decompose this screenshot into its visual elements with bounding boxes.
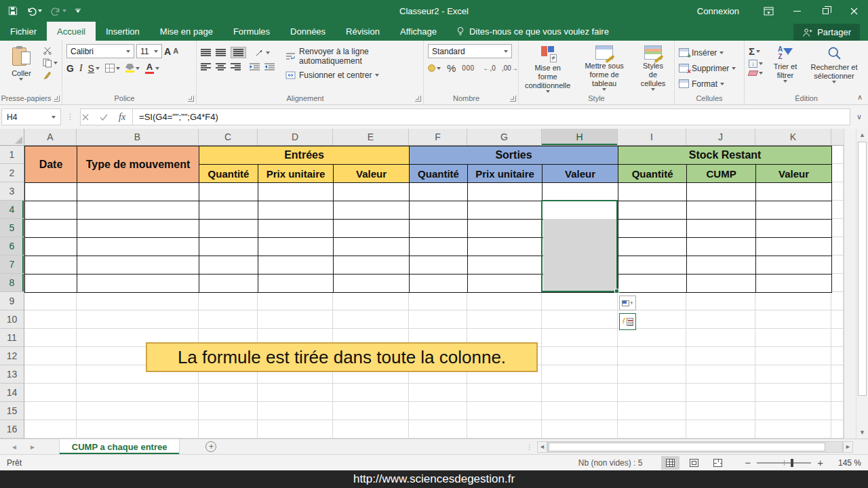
cell[interactable] [258,274,334,293]
cell[interactable] [25,256,77,274]
cell[interactable] [199,274,258,293]
cell[interactable] [618,201,687,220]
close-button[interactable] [840,0,868,22]
cell[interactable] [199,201,258,220]
cell[interactable] [468,274,542,293]
tab-affichage[interactable]: Affichage [390,22,447,41]
tell-me-box[interactable]: Dites-nous ce que vous voulez faire [447,22,618,41]
cell[interactable] [468,256,542,274]
cell[interactable] [77,274,199,293]
header-sorties-quantite[interactable]: Quantité [410,165,468,183]
insert-function-icon[interactable]: fx [119,112,125,123]
delete-cells-button[interactable]: ×Supprimer [679,62,736,75]
cancel-formula-icon[interactable] [82,114,89,121]
cell[interactable] [258,238,334,256]
format-as-table-button[interactable]: Mettre sous forme de tableau [576,44,632,92]
thousands-format-icon[interactable]: 000 [462,65,474,72]
italic-button[interactable]: I [79,63,83,74]
tab-revision[interactable]: Révision [336,22,390,41]
selection-h4-h8[interactable] [541,200,618,292]
scroll-down-icon[interactable]: ▼ [856,426,868,439]
row-header-3[interactable]: 3 [0,182,24,201]
row-header-6[interactable]: 6 [0,237,24,256]
orientation-button[interactable] [255,49,270,57]
column-header-H[interactable]: H [542,129,618,145]
merge-center-button[interactable]: Fusionner et centrer [285,70,419,80]
clear-button[interactable] [749,70,763,76]
cell[interactable] [199,220,258,238]
cell[interactable] [410,256,468,274]
decrease-decimal-icon[interactable]: ,00→ [502,65,518,72]
cell[interactable] [258,256,334,274]
cell[interactable] [756,256,832,274]
minimize-button[interactable] [783,0,811,22]
horizontal-scrollbar[interactable] [547,441,843,453]
cell[interactable] [410,220,468,238]
cell[interactable] [199,183,258,201]
bold-button[interactable]: G [66,63,74,74]
collapse-ribbon-icon[interactable]: ∧ [857,93,863,102]
cell[interactable] [687,220,756,238]
fill-handle[interactable] [614,289,619,293]
format-cells-button[interactable]: Format [679,77,736,90]
cell[interactable] [25,274,77,293]
fill-color-button[interactable] [125,64,140,73]
cell[interactable] [77,220,199,238]
customize-qat-icon[interactable] [75,9,81,13]
header-entrees-valeur[interactable]: Valeur [334,165,410,183]
cell[interactable] [687,183,756,201]
column-header-F[interactable]: F [409,129,467,145]
row-header-7[interactable]: 7 [0,256,24,274]
cell[interactable] [77,238,199,256]
tab-insertion[interactable]: Insertion [96,22,150,41]
header-entrees[interactable]: Entrées [199,146,410,165]
scroll-left-icon[interactable]: ◄ [537,441,547,453]
currency-format-icon[interactable] [428,64,441,72]
font-name-select[interactable]: Calibri [66,44,134,58]
shrink-font-icon[interactable]: A [173,47,178,55]
header-date[interactable]: Date [25,146,77,183]
paste-button[interactable]: Coller [9,44,33,92]
copy-icon[interactable] [43,58,58,68]
share-button[interactable]: Partager [793,24,860,41]
cell[interactable] [618,274,687,293]
cell[interactable] [756,238,832,256]
tab-splitter-handle[interactable]: ⋮ [526,443,533,451]
row-header-11[interactable]: 11 [0,329,24,347]
row-header-1[interactable]: 1 [0,146,24,164]
format-painter-icon[interactable] [43,71,58,80]
percent-format-icon[interactable]: % [447,63,456,73]
increase-decimal-icon[interactable]: ←,0 [484,65,496,72]
row-header-2[interactable]: 2 [0,164,24,182]
cell[interactable] [25,183,77,201]
scroll-up-icon[interactable]: ▲ [856,129,868,141]
tab-donnees[interactable]: Données [280,22,336,41]
font-color-button[interactable]: A [145,62,159,74]
align-bottom-icon[interactable] [231,47,246,58]
cell[interactable] [618,183,687,201]
column-header-J[interactable]: J [686,129,755,145]
page-break-view-button[interactable] [709,456,727,470]
cell[interactable] [468,183,542,201]
column-header-E[interactable]: E [333,129,409,145]
row-header-13[interactable]: 13 [0,365,24,384]
scroll-right-icon[interactable]: ► [843,441,853,453]
cell[interactable] [258,183,334,201]
tab-fichier[interactable]: Fichier [0,22,47,41]
select-all-corner[interactable] [0,129,24,145]
wrap-text-button[interactable]: Renvoyer à la ligne automatiquement [285,47,419,66]
zoom-level[interactable]: 145 % [830,458,861,468]
cell[interactable] [468,220,542,238]
column-header-G[interactable]: G [467,129,542,145]
number-format-select[interactable]: Standard [428,44,512,58]
cell[interactable] [687,201,756,220]
cell[interactable] [199,256,258,274]
row-header-10[interactable]: 10 [0,310,24,329]
header-stock-quantite[interactable]: Quantité [618,165,687,183]
cell[interactable] [25,201,77,220]
cell[interactable] [77,201,199,220]
align-center-icon[interactable] [216,63,226,70]
row-header-16[interactable]: 16 [0,420,24,439]
cell[interactable] [756,201,832,220]
cell[interactable] [410,238,468,256]
